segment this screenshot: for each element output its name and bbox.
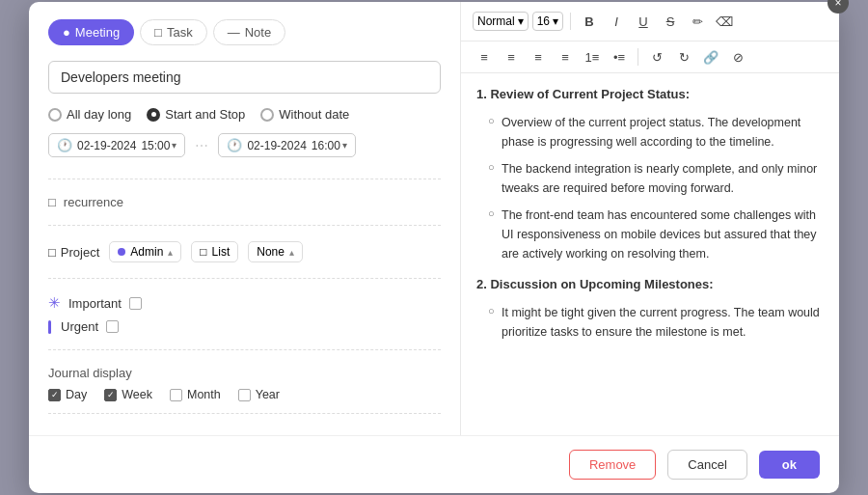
tab-task[interactable]: □ Task <box>140 19 207 45</box>
date-row: 🕐 02-19-2024 15:00 ▾ ⋯ 🕐 02-19-2024 16:0… <box>48 133 441 157</box>
journal-month[interactable]: Month <box>170 388 221 401</box>
left-panel: ● Meeting □ Task — Note Developers meeti… <box>29 2 461 435</box>
note-tab-icon: — <box>228 25 240 40</box>
section2-heading: 2. Discussion on Upcoming Milestones: <box>476 275 824 295</box>
undo-button[interactable]: ↺ <box>645 45 668 69</box>
start-stop-label: Start and Stop <box>165 107 245 122</box>
note-tab-label: Note <box>245 25 271 40</box>
journal-options: Day Week Month Year <box>48 388 441 401</box>
editor-content[interactable]: 1. Review of Current Project Status: Ove… <box>461 73 839 435</box>
modal-dialog: × ● Meeting □ Task — Note <box>29 2 839 493</box>
urgent-checkbox[interactable] <box>106 320 119 333</box>
align-center-button[interactable]: ≡ <box>500 45 523 69</box>
week-label: Week <box>122 388 152 401</box>
align-right-button[interactable]: ≡ <box>527 45 550 69</box>
week-checkbox[interactable] <box>104 389 117 401</box>
unordered-list-button[interactable]: •≡ <box>608 45 631 69</box>
year-label: Year <box>256 388 280 401</box>
start-date-value: 02-19-2024 <box>77 139 136 152</box>
start-date-field[interactable]: 🕐 02-19-2024 15:00 ▾ <box>48 133 185 157</box>
right-panel: Normal ▾ 16 ▾ B I U S ✏ ⌫ <box>461 2 839 435</box>
start-time-select[interactable]: 15:00 ▾ <box>141 139 176 152</box>
end-time-chevron: ▾ <box>342 140 347 151</box>
editor-toolbar-row2: ≡ ≡ ≡ ≡ 1≡ •≡ ↺ ↻ 🔗 ⊘ <box>461 41 839 73</box>
project-value: Admin <box>130 245 163 259</box>
journal-year[interactable]: Year <box>238 388 280 401</box>
redo-button[interactable]: ↻ <box>672 45 695 69</box>
modal-footer: Remove Cancel ok <box>29 435 839 493</box>
recurrence-label: recurrence <box>64 195 123 209</box>
divider-1 <box>48 179 441 179</box>
list-dropdown[interactable]: None ▴ <box>248 241 303 262</box>
all-day-label: All day long <box>67 107 131 122</box>
all-day-radio[interactable] <box>48 108 62 122</box>
list-label: List <box>212 245 231 259</box>
day-label: Day <box>66 388 87 401</box>
date-separator: ⋯ <box>195 138 208 153</box>
tab-note[interactable]: — Note <box>213 19 285 45</box>
section2-list: It might be tight given the current prog… <box>476 303 824 342</box>
style-chevron: ▾ <box>518 14 524 28</box>
divider-5 <box>48 413 441 414</box>
flag-urgent: Urgent <box>48 319 441 334</box>
start-stop-option[interactable]: Start and Stop <box>147 107 245 122</box>
event-title-input[interactable]: Developers meeting <box>48 61 441 94</box>
list-icon: □ <box>200 245 206 259</box>
start-stop-radio[interactable] <box>147 108 160 122</box>
divider-4 <box>48 349 441 350</box>
no-date-option[interactable]: Without date <box>260 107 349 122</box>
journal-week[interactable]: Week <box>104 388 152 401</box>
month-label: Month <box>187 388 221 401</box>
strikethrough-button[interactable]: S <box>659 10 682 33</box>
important-icon: ✳ <box>48 294 61 312</box>
align-left-button[interactable]: ≡ <box>473 45 496 69</box>
pen-button[interactable]: ✏ <box>686 10 709 33</box>
year-checkbox[interactable] <box>238 389 251 401</box>
unlink-button[interactable]: ⊘ <box>726 45 749 69</box>
size-select[interactable]: 16 ▾ <box>532 12 563 31</box>
no-date-label: Without date <box>279 107 349 122</box>
task-tab-label: Task <box>167 25 193 40</box>
tab-meeting[interactable]: ● Meeting <box>48 19 134 45</box>
important-checkbox[interactable] <box>129 297 142 310</box>
meeting-tab-icon: ● <box>63 25 70 40</box>
toolbar-sep-2 <box>637 48 638 66</box>
list-chevron: ▴ <box>289 247 294 258</box>
list-item: The backend integration is nearly comple… <box>488 159 824 198</box>
project-dropdown[interactable]: Admin ▴ <box>109 241 181 262</box>
list-item: It might be tight given the current prog… <box>488 303 824 342</box>
bold-button[interactable]: B <box>578 10 601 33</box>
divider-3 <box>48 278 441 279</box>
section1-heading: 1. Review of Current Project Status: <box>476 85 824 105</box>
date-options-row: All day long Start and Stop Without date <box>48 107 441 122</box>
remove-button[interactable]: Remove <box>569 450 656 480</box>
link-button[interactable]: 🔗 <box>699 45 722 69</box>
month-checkbox[interactable] <box>170 389 182 401</box>
all-day-option[interactable]: All day long <box>48 107 131 122</box>
align-justify-button[interactable]: ≡ <box>554 45 577 69</box>
cancel-button[interactable]: Cancel <box>667 450 746 480</box>
journal-day[interactable]: Day <box>48 388 87 401</box>
project-icon: □ <box>48 245 56 260</box>
project-row: □ Project Admin ▴ □ List None ▴ <box>48 234 441 270</box>
clock-icon-end: 🕐 <box>227 138 242 152</box>
end-date-field[interactable]: 🕐 02-19-2024 16:00 ▾ <box>218 133 355 157</box>
clock-icon-start: 🕐 <box>57 138 72 152</box>
ordered-list-button[interactable]: 1≡ <box>581 45 604 69</box>
erase-button[interactable]: ⌫ <box>713 10 736 33</box>
ok-button[interactable]: ok <box>759 451 820 479</box>
section-2: 2. Discussion on Upcoming Milestones: It… <box>476 275 824 342</box>
italic-button[interactable]: I <box>605 10 628 33</box>
list-item: The front-end team has encountered some … <box>488 206 824 263</box>
no-date-radio[interactable] <box>260 108 274 122</box>
recurrence-icon: □ <box>48 195 56 209</box>
day-checkbox[interactable] <box>48 389 61 401</box>
style-select[interactable]: Normal ▾ <box>473 12 529 31</box>
important-label: Important <box>68 296 122 311</box>
end-time-select[interactable]: 16:00 ▾ <box>312 139 347 152</box>
underline-button[interactable]: U <box>632 10 655 33</box>
recurrence-row[interactable]: □ recurrence <box>48 187 441 217</box>
flags-row: ✳ Important Urgent <box>48 287 441 342</box>
journal-title: Journal display <box>48 366 441 380</box>
flag-important: ✳ Important <box>48 294 441 312</box>
